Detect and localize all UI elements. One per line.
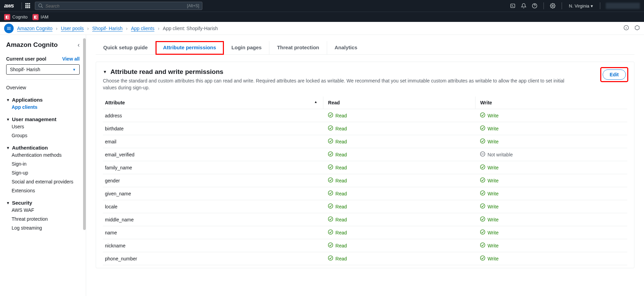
nav-users[interactable]: Users [12, 122, 80, 131]
table-row: given_nameReadWrite [103, 187, 627, 200]
write-cell: Write [475, 239, 627, 252]
side-nav-toggle[interactable] [4, 24, 14, 33]
nav-aws-waf[interactable]: AWS WAF [12, 206, 80, 215]
nav-group-security[interactable]: ▼ Security [6, 200, 80, 206]
attribute-name-cell: family_name [103, 161, 323, 174]
panel-collapse-icon[interactable]: ▼ [103, 69, 107, 74]
info-icon[interactable] [623, 25, 629, 31]
write-cell: Write [475, 252, 627, 265]
svg-point-17 [480, 126, 485, 130]
svg-point-14 [328, 113, 333, 117]
search-input[interactable] [45, 3, 187, 9]
region-label: N. Virginia [569, 3, 589, 9]
check-circle-icon [480, 216, 485, 223]
read-status: Read [328, 112, 347, 119]
read-cell: Read [323, 226, 475, 239]
sidebar-title: Amazon Cognito [6, 41, 58, 49]
chevron-down-icon: ▼ [6, 201, 10, 205]
nav-overview[interactable]: Overview [6, 83, 80, 92]
nav-groups[interactable]: Groups [12, 131, 80, 140]
attribute-name-cell: email_verified [103, 148, 323, 161]
tab-analytics[interactable]: Analytics [327, 41, 365, 54]
read-cell: Read [323, 187, 475, 200]
account-menu[interactable] [606, 3, 640, 9]
nav-extensions[interactable]: Extensions [12, 186, 80, 195]
table-row: email_verifiedReadNot writable [103, 148, 627, 161]
global-search[interactable]: [Alt+S] [35, 2, 202, 10]
user-pool-selector[interactable]: Shopif- Harish ▼ [6, 64, 80, 75]
svg-point-20 [328, 152, 333, 156]
nav-log-streaming[interactable]: Log streaming [12, 223, 80, 232]
col-write[interactable]: Write [475, 96, 627, 109]
svg-point-26 [480, 178, 485, 182]
hex-icon[interactable] [634, 25, 640, 31]
breadcrumb-sep: › [126, 26, 128, 31]
service-label: Cognito [12, 14, 28, 20]
svg-point-32 [480, 217, 485, 221]
read-status: Read [328, 229, 347, 236]
table-row: nameReadWrite [103, 226, 627, 239]
check-circle-icon [480, 229, 485, 236]
edit-button[interactable]: Edit [603, 69, 626, 80]
notifications-icon[interactable] [521, 3, 526, 9]
help-icon[interactable] [532, 3, 537, 9]
nav-threat-protection[interactable]: Threat protection [12, 215, 80, 223]
read-cell: Read [323, 148, 475, 161]
svg-line-1 [41, 7, 43, 8]
service-shortcut-cognito[interactable]: ◧ Cognito [4, 14, 28, 20]
nav-app-clients[interactable]: App clients [12, 103, 80, 112]
chevron-down-icon: ▼ [6, 117, 10, 121]
nav-sign-up[interactable]: Sign-up [12, 168, 80, 177]
breadcrumb-link[interactable]: Shopif- Harish [92, 26, 123, 31]
sidebar-scrollbar[interactable] [83, 38, 86, 230]
breadcrumb-link[interactable]: App clients [131, 26, 154, 31]
nav-social-providers[interactable]: Social and external providers [12, 177, 80, 186]
tab-quick-setup[interactable]: Quick setup guide [96, 41, 156, 54]
region-selector[interactable]: N. Virginia ▾ [569, 3, 593, 9]
write-status: Write [480, 177, 498, 184]
svg-point-24 [480, 165, 485, 169]
table-row: birthdateReadWrite [103, 122, 627, 135]
nav-auth-methods[interactable]: Authentication methods [12, 151, 80, 159]
services-grid-icon[interactable] [25, 3, 31, 9]
write-status: Write [480, 112, 498, 119]
cloudshell-icon[interactable] [510, 3, 515, 9]
check-circle-icon [480, 255, 485, 262]
read-cell: Read [323, 161, 475, 174]
table-row: addressReadWrite [103, 109, 627, 122]
sort-asc-icon: ▲ [314, 100, 318, 104]
col-read[interactable]: Read [323, 96, 475, 109]
read-status: Read [328, 138, 347, 145]
svg-point-25 [328, 178, 333, 182]
write-cell: Not writable [475, 148, 627, 161]
svg-point-35 [328, 243, 333, 247]
nav-group-applications[interactable]: ▼ Applications [6, 97, 80, 103]
write-cell: Write [475, 187, 627, 200]
table-row: family_nameReadWrite [103, 161, 627, 174]
breadcrumb-link[interactable]: User pools [61, 26, 84, 31]
breadcrumb-link[interactable]: Amazon Cognito [17, 26, 53, 31]
side-navigation: Amazon Cognito ‹ Current user pool View … [0, 35, 86, 296]
read-cell: Read [323, 174, 475, 187]
collapse-sidebar-icon[interactable]: ‹ [78, 41, 80, 49]
check-circle-icon [480, 125, 485, 132]
nav-group-user-management[interactable]: ▼ User management [6, 116, 80, 122]
check-circle-icon [328, 177, 333, 184]
col-attribute[interactable]: Attribute ▲ [103, 96, 323, 109]
service-shortcut-iam[interactable]: ◧ IAM [32, 14, 49, 20]
view-all-link[interactable]: View all [62, 56, 80, 62]
svg-marker-13 [635, 25, 639, 30]
check-circle-icon [328, 164, 333, 171]
divider [600, 2, 600, 9]
settings-gear-icon[interactable] [550, 3, 555, 9]
aws-logo[interactable]: aws [4, 3, 14, 9]
tab-login-pages[interactable]: Login pages [224, 41, 269, 54]
nav-sign-in[interactable]: Sign-in [12, 159, 80, 168]
tab-attribute-permissions[interactable]: Attribute permissions [156, 41, 224, 55]
nav-group-authentication[interactable]: ▼ Authentication [6, 145, 80, 151]
tab-threat-protection[interactable]: Threat protection [269, 41, 327, 54]
read-status: Read [328, 190, 347, 197]
read-status: Read [328, 164, 347, 171]
write-status: Write [480, 203, 498, 210]
search-icon [38, 3, 43, 9]
